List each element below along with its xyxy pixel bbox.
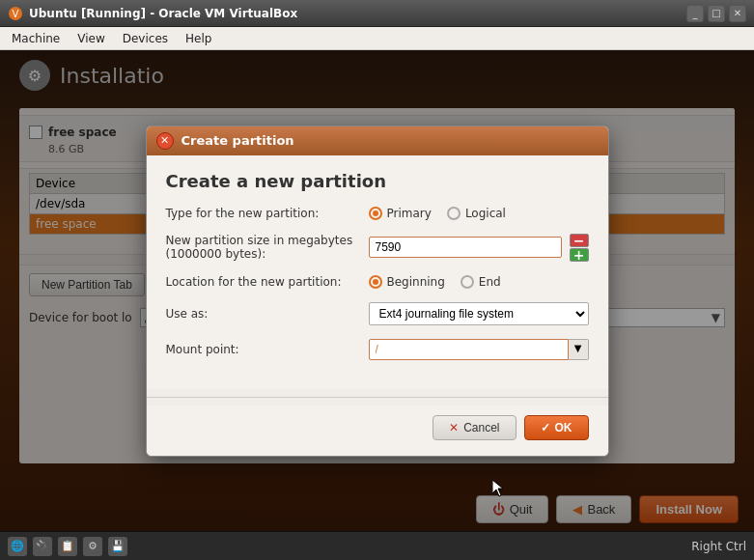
radio-primary-dot bbox=[369, 207, 382, 220]
dialog-buttons: ✕ Cancel ✓ OK bbox=[147, 406, 608, 456]
mount-row: Mount point: ▼ bbox=[166, 339, 589, 360]
ok-label: OK bbox=[555, 421, 572, 434]
size-buttons: − + bbox=[570, 234, 589, 262]
create-partition-dialog: ✕ Create partition Create a new partitio… bbox=[146, 126, 609, 457]
usb-icon[interactable]: 🔌 bbox=[33, 537, 52, 556]
menu-devices[interactable]: Devices bbox=[115, 30, 176, 47]
dialog-title: Create partition bbox=[182, 133, 294, 148]
type-radio-group: Primary Logical bbox=[369, 207, 506, 220]
use-as-dropdown-wrapper: Ext4 journaling file system Ext3 journal… bbox=[369, 302, 589, 325]
main-content: ⚙ Installatio free space 8.6 GB Device T… bbox=[0, 50, 754, 531]
window-title: Ubuntu [Running] - Oracle VM VirtualBox bbox=[29, 7, 297, 20]
title-bar-left: V Ubuntu [Running] - Oracle VM VirtualBo… bbox=[8, 6, 297, 21]
use-as-dropdown[interactable]: Ext4 journaling file system Ext3 journal… bbox=[369, 302, 589, 325]
cancel-label: Cancel bbox=[463, 421, 499, 434]
radio-primary[interactable]: Primary bbox=[369, 207, 432, 220]
ok-icon: ✓ bbox=[541, 421, 550, 434]
location-control: Beginning End bbox=[369, 275, 589, 289]
radio-primary-label: Primary bbox=[387, 207, 432, 220]
size-row: New partition size in megabytes (1000000… bbox=[166, 234, 589, 262]
close-button[interactable]: ✕ bbox=[729, 5, 746, 22]
use-as-row: Use as: Ext4 journaling file system Ext3… bbox=[166, 302, 589, 325]
location-label: Location for the new partition: bbox=[166, 275, 359, 289]
dialog-heading: Create a new partition bbox=[166, 171, 589, 191]
type-label: Type for the new partition: bbox=[166, 207, 359, 220]
radio-logical-dot bbox=[447, 207, 461, 220]
window-buttons[interactable]: _ □ ✕ bbox=[686, 5, 746, 22]
menu-machine[interactable]: Machine bbox=[4, 30, 68, 47]
maximize-button[interactable]: □ bbox=[708, 5, 725, 22]
size-control: − + bbox=[369, 234, 589, 262]
disk-icon[interactable]: 💾 bbox=[108, 537, 127, 556]
cancel-icon: ✕ bbox=[449, 421, 459, 434]
app-icon: V bbox=[8, 6, 23, 21]
dialog-titlebar: ✕ Create partition bbox=[147, 126, 608, 155]
settings-icon[interactable]: ⚙ bbox=[83, 537, 102, 556]
type-row: Type for the new partition: Primary Logi… bbox=[166, 207, 589, 220]
mount-dropdown-button[interactable]: ▼ bbox=[569, 339, 589, 360]
size-label: New partition size in megabytes (1000000… bbox=[166, 234, 359, 261]
dialog-body: Create a new partition Type for the new … bbox=[147, 155, 608, 389]
title-bar: V Ubuntu [Running] - Oracle VM VirtualBo… bbox=[0, 0, 754, 27]
status-icons: 🌐 🔌 📋 ⚙ 💾 bbox=[8, 537, 127, 556]
radio-logical-label: Logical bbox=[465, 207, 506, 220]
size-input[interactable] bbox=[369, 237, 562, 258]
network-icon[interactable]: 🌐 bbox=[8, 537, 27, 556]
use-as-control: Ext4 journaling file system Ext3 journal… bbox=[369, 302, 589, 325]
radio-beginning[interactable]: Beginning bbox=[369, 275, 445, 289]
cancel-button[interactable]: ✕ Cancel bbox=[433, 415, 516, 440]
svg-text:V: V bbox=[13, 9, 19, 19]
dialog-close-button[interactable]: ✕ bbox=[156, 132, 174, 150]
mount-label: Mount point: bbox=[166, 343, 359, 356]
mount-input-wrapper: ▼ bbox=[369, 339, 589, 360]
mount-control: ▼ bbox=[369, 339, 589, 360]
type-control: Primary Logical bbox=[369, 207, 589, 220]
dialog-overlay: ✕ Create partition Create a new partitio… bbox=[0, 50, 754, 531]
menu-view[interactable]: View bbox=[70, 30, 112, 47]
size-decrease-button[interactable]: − bbox=[570, 234, 589, 247]
radio-end[interactable]: End bbox=[461, 275, 501, 289]
menu-bar: Machine View Devices Help bbox=[0, 27, 754, 50]
use-as-label: Use as: bbox=[166, 307, 359, 321]
mount-input[interactable] bbox=[369, 339, 569, 360]
radio-logical[interactable]: Logical bbox=[447, 207, 506, 220]
dialog-separator bbox=[147, 397, 608, 398]
radio-end-dot bbox=[461, 275, 474, 289]
location-radio-group: Beginning End bbox=[369, 275, 501, 289]
menu-help[interactable]: Help bbox=[178, 30, 219, 47]
radio-beginning-label: Beginning bbox=[387, 275, 445, 289]
ok-button[interactable]: ✓ OK bbox=[524, 415, 589, 440]
location-row: Location for the new partition: Beginnin… bbox=[166, 275, 589, 289]
minimize-button[interactable]: _ bbox=[686, 5, 704, 22]
status-bar: 🌐 🔌 📋 ⚙ 💾 Right Ctrl bbox=[0, 531, 754, 560]
size-increase-button[interactable]: + bbox=[570, 248, 589, 262]
radio-end-label: End bbox=[479, 275, 501, 289]
radio-beginning-dot bbox=[369, 275, 382, 289]
clipboard-icon[interactable]: 📋 bbox=[58, 537, 77, 556]
right-ctrl-label: Right Ctrl bbox=[691, 540, 746, 553]
